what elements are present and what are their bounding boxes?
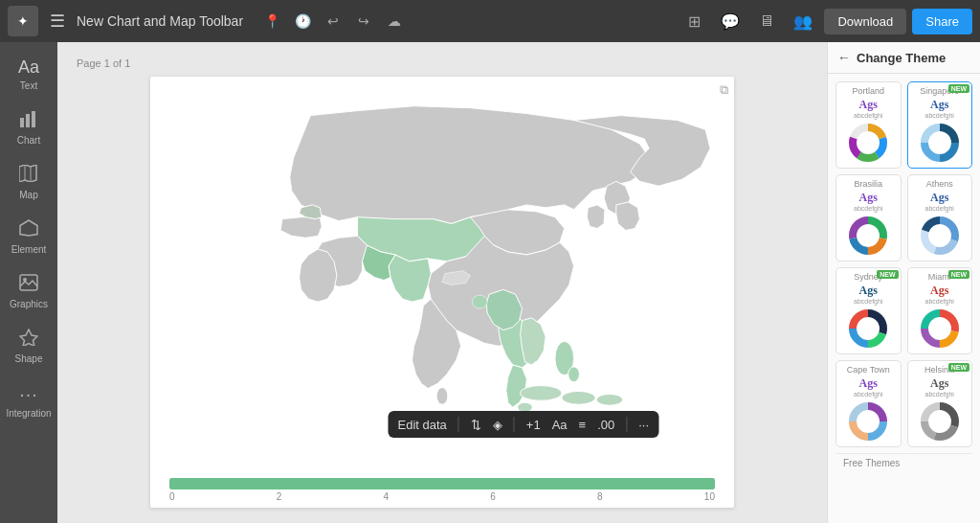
svg-point-30: [933, 136, 947, 149]
svg-rect-2: [32, 111, 35, 127]
free-themes-section: Free Themes: [835, 453, 972, 470]
svg-rect-0: [20, 118, 24, 127]
map-icon: [19, 165, 38, 187]
svg-point-54: [933, 322, 947, 335]
text-icon: Aa: [18, 57, 39, 78]
theme-card-capetown[interactable]: Cape Town Ags abcdefghi: [835, 360, 902, 447]
toolbar-divider-1: [458, 417, 459, 432]
axis-label-2: 2: [277, 491, 282, 502]
sidebar-item-shape[interactable]: Shape: [4, 321, 54, 372]
theme-card-helsinki[interactable]: Helsinki Ags abcdefghi NEW: [907, 360, 973, 447]
axis-label-8: 8: [597, 491, 603, 502]
decimal-button[interactable]: .00: [597, 418, 614, 432]
svg-point-24: [861, 136, 875, 149]
cloud-icon[interactable]: ☁: [381, 8, 408, 34]
theme-row-2: Brasilia Ags abcdefghi: [835, 174, 972, 262]
redo-icon[interactable]: ↪: [350, 8, 377, 34]
toolbar-icons: 📍 🕐 ↩ ↪ ☁: [258, 8, 408, 34]
theme-row-1: Portland Ags abcdefghi: [835, 81, 972, 169]
portland-sub: abcdefghi: [840, 112, 897, 119]
menu-button[interactable]: ☰: [46, 7, 69, 35]
download-button[interactable]: Download: [824, 9, 906, 34]
logo-icon: ✦: [17, 13, 29, 29]
axis-label-4: 4: [384, 491, 390, 502]
back-button[interactable]: ←: [837, 50, 851, 65]
edit-data-button[interactable]: Edit data: [397, 418, 446, 432]
svg-point-60: [861, 415, 875, 428]
people-icon[interactable]: 👥: [788, 6, 818, 36]
theme-card-athens[interactable]: Athens Ags abcdefghi: [907, 174, 973, 262]
theme-card-miami[interactable]: Miami Ags abcdefghi NEW: [907, 267, 973, 354]
list-icon[interactable]: ≡: [579, 418, 587, 432]
screen-icon[interactable]: 🖥: [751, 6, 782, 36]
sidebar-item-text[interactable]: Aa Text: [4, 50, 54, 99]
chart-icon: [19, 110, 38, 132]
svg-point-11: [521, 386, 562, 401]
sidebar: Aa Text Chart Map Element Graphics: [0, 42, 57, 523]
helsinki-donut: [912, 400, 969, 443]
theme-card-portland[interactable]: Portland Ags abcdefghi: [835, 81, 902, 169]
miami-title: Ags: [912, 284, 969, 298]
sidebar-item-map[interactable]: Map: [4, 157, 54, 208]
brasilia-donut: [840, 215, 897, 257]
sidebar-label-map: Map: [19, 190, 37, 200]
miami-new-badge: NEW: [948, 270, 969, 279]
right-panel: ← Change Theme Portland Ags abcdefghi: [827, 42, 980, 523]
panel-header: ← Change Theme: [828, 42, 980, 74]
graphics-icon: [19, 274, 38, 296]
helsinki-title: Ags: [912, 376, 969, 391]
filter-icon[interactable]: ⇅: [471, 418, 481, 432]
axis-bar: [169, 478, 715, 489]
table-icon[interactable]: ⊞: [679, 6, 709, 36]
sidebar-label-element: Element: [11, 244, 47, 255]
sidebar-label-integration: Integration: [6, 408, 51, 419]
canvas-area: Page 1 of 1 ⧉: [57, 42, 827, 523]
canvas-container[interactable]: ⧉: [150, 77, 734, 508]
edit-toolbar[interactable]: Edit data ⇅ ◈ +1 Aa ≡ .00 ···: [388, 411, 658, 438]
plus1-button[interactable]: +1: [526, 418, 541, 432]
helsinki-new-badge: NEW: [948, 363, 969, 372]
capetown-label: Cape Town: [840, 365, 897, 375]
helsinki-sub: abcdefghi: [912, 391, 969, 398]
axis-label-0: 0: [169, 491, 175, 502]
sydney-title: Ags: [840, 284, 897, 298]
chart-axis: 0 2 4 6 8 10: [150, 474, 734, 508]
capetown-donut: [840, 400, 897, 443]
sidebar-item-graphics[interactable]: Graphics: [4, 266, 54, 317]
integration-icon: ···: [19, 383, 38, 405]
theme-card-brasilia[interactable]: Brasilia Ags abcdefghi: [835, 174, 902, 262]
font-button[interactable]: Aa: [552, 418, 568, 432]
theme-row-4: Cape Town Ags abcdefghi: [835, 360, 972, 447]
sidebar-item-chart[interactable]: Chart: [4, 102, 54, 153]
theme-row-3: Sydney Ags abcdefghi NEW: [835, 267, 972, 354]
toolbar-divider-3: [626, 417, 627, 432]
svg-point-42: [933, 229, 947, 242]
brasilia-title: Ags: [840, 191, 897, 205]
svg-point-36: [861, 229, 875, 242]
pin-icon[interactable]: 📍: [258, 8, 285, 34]
singapore-new-badge: NEW: [948, 84, 969, 93]
sidebar-item-element[interactable]: Element: [4, 212, 54, 262]
history-icon[interactable]: 🕐: [289, 8, 316, 34]
sidebar-item-integration[interactable]: ··· Integration: [4, 375, 54, 426]
svg-point-12: [562, 391, 595, 404]
palette-icon[interactable]: ◈: [493, 418, 502, 432]
map-wrapper[interactable]: Edit data ⇅ ◈ +1 Aa ≡ .00 ···: [150, 77, 734, 474]
more-icon[interactable]: ···: [638, 418, 649, 432]
axis-labels: 0 2 4 6 8 10: [169, 491, 715, 502]
sydney-sub: abcdefghi: [840, 298, 897, 305]
comment-icon[interactable]: 💬: [715, 6, 746, 36]
theme-card-singapore[interactable]: Singapore Ags abcdefghi NEW: [907, 81, 973, 169]
undo-icon[interactable]: ↩: [320, 8, 346, 34]
theme-card-sydney[interactable]: Sydney Ags abcdefghi NEW: [835, 267, 902, 354]
app-logo: ✦: [8, 6, 38, 36]
element-icon: [19, 219, 38, 241]
share-button[interactable]: Share: [912, 9, 972, 34]
document-title: New Chart and Map Toolbar: [77, 13, 243, 29]
brasilia-label: Brasilia: [840, 179, 897, 189]
svg-rect-1: [26, 114, 30, 127]
free-themes-label: Free Themes: [843, 458, 900, 468]
svg-point-18: [472, 295, 487, 308]
sydney-new-badge: NEW: [877, 270, 898, 279]
svg-point-48: [861, 322, 875, 335]
